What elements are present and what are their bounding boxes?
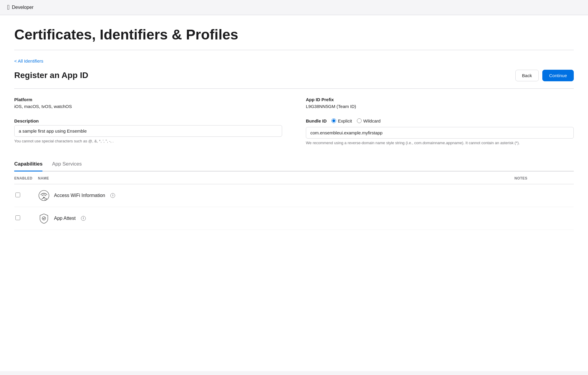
explicit-radio[interactable] (331, 118, 336, 123)
capabilities-table: ENABLED NAME NOTES (14, 171, 574, 230)
tabs-bar: Capabilities App Services (14, 158, 574, 171)
wifi-name-cell: Access WiFi Information i (38, 184, 514, 207)
form-grid: Platform iOS, macOS, tvOS, watchOS App I… (14, 97, 574, 146)
main-divider (14, 50, 574, 50)
description-input[interactable] (14, 125, 282, 137)
app-id-prefix-label: App ID Prefix (306, 97, 574, 102)
app-id-prefix-group: App ID Prefix L9G38NN5GM (Team ID) (306, 97, 574, 109)
section-divider (14, 88, 574, 89)
app-attest-icon (38, 212, 50, 224)
svg-point-0 (39, 190, 49, 201)
attest-capability-name: App Attest (54, 216, 76, 221)
apple-logo-icon:  (7, 4, 9, 11)
bundle-id-group: Bundle ID Explicit Wildcard We recommend… (306, 118, 574, 146)
description-label: Description (14, 118, 282, 123)
wildcard-label-text: Wildcard (363, 118, 381, 123)
platform-label: Platform (14, 97, 282, 102)
back-button[interactable]: Back (515, 70, 539, 81)
col-name-header: NAME (38, 171, 514, 184)
bundle-id-hint: We recommend using a reverse-domain name… (306, 140, 574, 146)
attest-notes-cell (514, 207, 574, 230)
platform-group: Platform iOS, macOS, tvOS, watchOS (14, 97, 282, 109)
bundle-id-type-radio-group: Explicit Wildcard (331, 118, 381, 123)
explicit-label-text: Explicit (338, 118, 352, 123)
col-notes-header: NOTES (514, 171, 574, 184)
explicit-radio-label[interactable]: Explicit (331, 118, 352, 123)
wildcard-radio-label[interactable]: Wildcard (357, 118, 381, 123)
wifi-name-row: Access WiFi Information i (38, 190, 514, 201)
breadcrumb-all-identifiers[interactable]: < All Identifiers (14, 58, 43, 63)
table-row: App Attest i (14, 207, 574, 230)
page-main-title: Certificates, Identifiers & Profiles (14, 27, 574, 43)
bundle-id-label: Bundle ID (306, 118, 327, 123)
register-app-id-title: Register an App ID (14, 71, 88, 80)
description-hint: You cannot use special characters such a… (14, 139, 282, 144)
attest-name-cell: App Attest i (38, 207, 514, 230)
attest-checkbox[interactable] (15, 215, 20, 220)
continue-button[interactable]: Continue (542, 70, 574, 81)
wildcard-radio[interactable] (357, 118, 362, 123)
bundle-id-label-row: Bundle ID Explicit Wildcard (306, 118, 574, 123)
wifi-icon (38, 190, 50, 201)
wifi-info-icon[interactable]: i (110, 193, 115, 198)
table-row: Access WiFi Information i (14, 184, 574, 207)
page-wrapper: Certificates, Identifiers & Profiles < A… (0, 15, 588, 371)
tab-app-services[interactable]: App Services (52, 158, 82, 171)
section-header-row: Register an App ID Back Continue (14, 70, 574, 81)
bundle-id-input[interactable] (306, 127, 574, 139)
attest-enabled-cell (14, 207, 38, 230)
description-group: Description You cannot use special chara… (14, 118, 282, 146)
wifi-enabled-cell (14, 184, 38, 207)
col-enabled-header: ENABLED (14, 171, 38, 184)
tabs-section: Capabilities App Services ENABLED NAME N… (14, 158, 574, 230)
header-title: Developer (12, 5, 34, 10)
wifi-notes-cell (514, 184, 574, 207)
attest-name-row: App Attest i (38, 212, 514, 224)
tab-capabilities[interactable]: Capabilities (14, 158, 42, 171)
action-buttons: Back Continue (515, 70, 574, 81)
platform-value: iOS, macOS, tvOS, watchOS (14, 104, 282, 109)
attest-info-icon[interactable]: i (81, 216, 86, 221)
header-bar:  Developer (0, 0, 588, 15)
wifi-checkbox[interactable] (15, 193, 20, 197)
wifi-capability-name: Access WiFi Information (54, 193, 105, 198)
app-id-prefix-value: L9G38NN5GM (Team ID) (306, 104, 574, 109)
